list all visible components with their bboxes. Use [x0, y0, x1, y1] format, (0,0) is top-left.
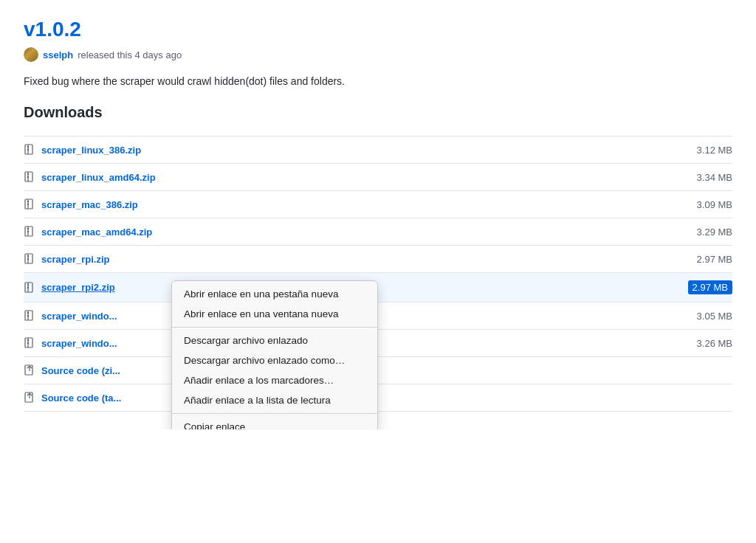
context-menu-group-3: Copiar enlace [172, 417, 377, 429]
download-row-4: scraper_rpi.zip 2.97 MB [24, 246, 732, 273]
svg-rect-30 [27, 339, 29, 341]
downloads-heading: Downloads [24, 104, 732, 127]
download-left-9: Source code (ta... [24, 392, 121, 404]
download-row-9: Source code (ta... [24, 384, 732, 412]
download-row-8: Source code (zi... [24, 357, 732, 384]
svg-rect-22 [27, 284, 29, 286]
file-size-5: 2.97 MB [688, 280, 732, 294]
svg-rect-19 [27, 258, 29, 260]
download-left-4: scraper_rpi.zip [24, 253, 110, 265]
zip-icon-0 [24, 144, 35, 156]
zip-icon-5 [24, 282, 35, 294]
download-left-7: scraper_windo... [24, 337, 117, 349]
context-menu-item-copy-link[interactable]: Copiar enlace [172, 417, 377, 429]
download-link-0[interactable]: scraper_linux_386.zip [41, 145, 141, 156]
download-left-6: scraper_windo... [24, 310, 117, 322]
file-size-2: 3.09 MB [697, 199, 732, 210]
download-left-8: Source code (zi... [24, 364, 120, 376]
zip-icon-2 [24, 198, 35, 210]
download-link-5[interactable]: scraper_rpi2.zip [41, 282, 115, 293]
file-size-1: 3.34 MB [697, 172, 732, 183]
zip-icon-3 [24, 226, 35, 238]
download-row-0: scraper_linux_386.zip 3.12 MB [24, 136, 732, 164]
zip-icon-7 [24, 337, 35, 349]
download-link-4[interactable]: scraper_rpi.zip [41, 254, 110, 265]
file-size-4: 2.97 MB [697, 254, 732, 265]
download-row-7: scraper_windo... 3.26 MB [24, 330, 732, 357]
context-menu-item-open-tab[interactable]: Abrir enlace en una pestaña nueva [172, 284, 377, 304]
file-size-0: 3.12 MB [697, 145, 732, 156]
context-menu-group-1: Abrir enlace en una pestaña nueva Abrir … [172, 284, 377, 324]
source-zip-icon [24, 364, 35, 376]
download-link-7[interactable]: scraper_windo... [41, 338, 117, 349]
avatar [24, 47, 38, 62]
context-menu-separator-1 [172, 327, 377, 328]
file-size-6: 3.05 MB [697, 311, 732, 322]
context-menu: Abrir enlace en una pestaña nueva Abrir … [171, 280, 378, 429]
context-menu-item-download-as[interactable]: Descargar archivo enlazado como… [172, 350, 377, 370]
context-menu-group-2: Descargar archivo enlazado Descargar arc… [172, 331, 377, 410]
svg-rect-10 [27, 201, 29, 202]
svg-rect-18 [27, 255, 29, 257]
download-link-2[interactable]: scraper_mac_386.zip [41, 199, 138, 210]
download-left-2: scraper_mac_386.zip [24, 198, 138, 210]
svg-rect-31 [27, 342, 29, 344]
download-row-1: scraper_linux_amd64.zip 3.34 MB [24, 164, 732, 191]
context-menu-item-add-bookmark[interactable]: Añadir enlace a los marcadores… [172, 370, 377, 390]
source-tar-icon [24, 392, 35, 404]
zip-icon-4 [24, 253, 35, 265]
svg-rect-23 [27, 287, 29, 288]
download-link-3[interactable]: scraper_mac_amd64.zip [41, 226, 152, 238]
download-left-1: scraper_linux_amd64.zip [24, 171, 156, 183]
svg-rect-7 [27, 176, 29, 178]
download-left-5: scraper_rpi2.zip [24, 282, 115, 294]
context-menu-item-download[interactable]: Descargar archivo enlazado [172, 331, 377, 350]
svg-rect-26 [27, 312, 29, 314]
svg-rect-6 [27, 173, 29, 175]
download-row-5: scraper_rpi2.zip 2.97 MB Abrir enlace en… [24, 273, 732, 302]
download-left-0: scraper_linux_386.zip [24, 144, 141, 156]
download-row-6: scraper_windo... 3.05 MB [24, 302, 732, 330]
download-row-3: scraper_mac_amd64.zip 3.29 MB [24, 218, 732, 246]
context-menu-item-open-window[interactable]: Abrir enlace en una ventana nueva [172, 304, 377, 324]
download-link-1[interactable]: scraper_linux_amd64.zip [41, 172, 156, 183]
file-size-7: 3.26 MB [697, 338, 732, 349]
file-size-3: 3.29 MB [697, 226, 732, 238]
download-link-6[interactable]: scraper_windo... [41, 311, 117, 322]
author-link[interactable]: sselph [43, 49, 73, 60]
release-meta: sselph released this 4 days ago [24, 47, 732, 62]
downloads-list: scraper_linux_386.zip 3.12 MB scraper_li… [24, 136, 732, 412]
svg-rect-11 [27, 204, 29, 205]
released-text: released this 4 days ago [78, 49, 182, 60]
zip-icon-1 [24, 171, 35, 183]
svg-rect-2 [27, 146, 29, 148]
version-title: v1.0.2 [24, 18, 732, 41]
svg-rect-27 [27, 315, 29, 317]
download-link-source-zip[interactable]: Source code (zi... [41, 365, 120, 376]
svg-rect-3 [27, 149, 29, 151]
zip-icon-6 [24, 310, 35, 322]
svg-rect-15 [27, 231, 29, 232]
download-row-2: scraper_mac_386.zip 3.09 MB [24, 191, 732, 218]
download-left-3: scraper_mac_amd64.zip [24, 226, 152, 238]
context-menu-item-add-reading-list[interactable]: Añadir enlace a la lista de lectura [172, 390, 377, 410]
download-link-source-tar[interactable]: Source code (ta... [41, 392, 121, 404]
svg-rect-14 [27, 228, 29, 229]
release-description: Fixed bug where the scraper would crawl … [24, 74, 732, 89]
context-menu-separator-2 [172, 413, 377, 414]
